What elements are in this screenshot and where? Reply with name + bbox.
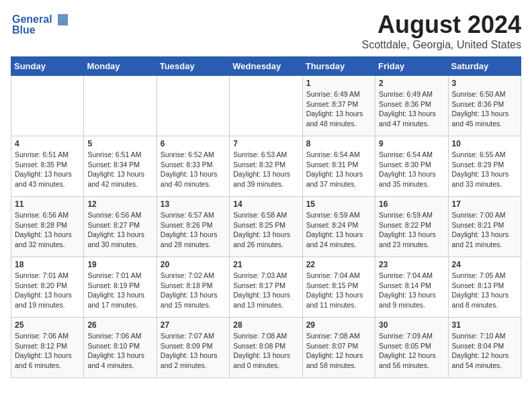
daylight-text: Daylight: 13 hours and 19 minutes. [15, 291, 72, 309]
day-number: 31 [452, 320, 517, 330]
header-sunday: Sunday [11, 57, 84, 76]
calendar-cell-3-5: 23 Sunrise: 7:04 AM Sunset: 8:14 PM Dayl… [375, 257, 448, 318]
week-row-5: 25 Sunrise: 7:06 AM Sunset: 8:12 PM Dayl… [11, 318, 521, 378]
svg-marker-2 [58, 14, 68, 26]
calendar-cell-4-5: 30 Sunrise: 7:09 AM Sunset: 8:05 PM Dayl… [375, 318, 448, 378]
sunset-text: Sunset: 8:28 PM [15, 221, 67, 229]
day-number: 20 [161, 260, 226, 269]
day-info: Sunrise: 6:51 AM Sunset: 8:34 PM Dayligh… [87, 150, 152, 189]
calendar-cell-0-3 [230, 76, 302, 136]
daylight-text: Daylight: 12 hours and 58 minutes. [306, 351, 363, 369]
sunset-text: Sunset: 8:04 PM [452, 342, 504, 350]
day-info: Sunrise: 7:04 AM Sunset: 8:14 PM Dayligh… [379, 271, 444, 310]
day-info: Sunrise: 6:59 AM Sunset: 8:22 PM Dayligh… [379, 210, 444, 250]
calendar-cell-1-4: 8 Sunrise: 6:54 AM Sunset: 8:31 PM Dayli… [302, 136, 375, 197]
day-info: Sunrise: 7:07 AM Sunset: 8:09 PM Dayligh… [161, 331, 226, 371]
week-row-3: 11 Sunrise: 6:56 AM Sunset: 8:28 PM Dayl… [11, 197, 521, 257]
logo-svg: General Blue [11, 11, 71, 38]
header: General Blue August 2024 Scottdale, Geor… [11, 11, 521, 51]
day-number: 7 [233, 139, 298, 148]
daylight-text: Daylight: 13 hours and 17 minutes. [87, 291, 144, 309]
calendar-cell-1-3: 7 Sunrise: 6:53 AM Sunset: 8:32 PM Dayli… [230, 136, 302, 197]
calendar-cell-1-6: 10 Sunrise: 6:55 AM Sunset: 8:29 PM Dayl… [448, 136, 521, 197]
sunset-text: Sunset: 8:22 PM [379, 221, 431, 229]
day-number: 13 [161, 199, 226, 209]
sunrise-text: Sunrise: 7:08 AM [306, 332, 360, 340]
sunrise-text: Sunrise: 7:01 AM [87, 271, 141, 279]
day-number: 28 [233, 320, 298, 330]
sunset-text: Sunset: 8:10 PM [87, 342, 140, 350]
day-info: Sunrise: 6:54 AM Sunset: 8:31 PM Dayligh… [306, 150, 371, 189]
sunrise-text: Sunrise: 7:09 AM [379, 332, 433, 340]
calendar-cell-3-3: 21 Sunrise: 7:03 AM Sunset: 8:17 PM Dayl… [230, 257, 302, 318]
day-info: Sunrise: 6:49 AM Sunset: 8:36 PM Dayligh… [379, 89, 444, 129]
sunset-text: Sunset: 8:25 PM [233, 221, 285, 229]
day-number: 25 [15, 320, 80, 330]
sunrise-text: Sunrise: 7:04 AM [379, 271, 433, 279]
sunset-text: Sunset: 8:30 PM [379, 161, 431, 169]
day-info: Sunrise: 6:54 AM Sunset: 8:30 PM Dayligh… [379, 150, 444, 189]
sunrise-text: Sunrise: 6:50 AM [452, 90, 506, 98]
daylight-text: Daylight: 13 hours and 21 minutes. [452, 230, 509, 248]
weekday-header-row: Sunday Monday Tuesday Wednesday Thursday… [11, 57, 521, 76]
calendar-cell-4-2: 27 Sunrise: 7:07 AM Sunset: 8:09 PM Dayl… [157, 318, 229, 378]
daylight-text: Daylight: 13 hours and 30 minutes. [87, 230, 144, 248]
sunrise-text: Sunrise: 6:58 AM [233, 211, 287, 219]
daylight-text: Daylight: 13 hours and 23 minutes. [379, 230, 436, 248]
day-info: Sunrise: 7:06 AM Sunset: 8:12 PM Dayligh… [15, 331, 80, 371]
day-number: 26 [87, 320, 152, 330]
daylight-text: Daylight: 13 hours and 6 minutes. [15, 351, 72, 369]
day-info: Sunrise: 7:10 AM Sunset: 8:04 PM Dayligh… [452, 331, 517, 371]
calendar-cell-3-6: 24 Sunrise: 7:05 AM Sunset: 8:13 PM Dayl… [448, 257, 521, 318]
calendar-cell-0-6: 3 Sunrise: 6:50 AM Sunset: 8:36 PM Dayli… [448, 76, 521, 136]
calendar-cell-0-5: 2 Sunrise: 6:49 AM Sunset: 8:36 PM Dayli… [375, 76, 448, 136]
day-number: 11 [15, 199, 80, 209]
calendar-cell-4-4: 29 Sunrise: 7:08 AM Sunset: 8:07 PM Dayl… [302, 318, 375, 378]
calendar-cell-2-6: 17 Sunrise: 7:00 AM Sunset: 8:21 PM Dayl… [448, 197, 521, 257]
day-info: Sunrise: 6:59 AM Sunset: 8:24 PM Dayligh… [306, 210, 371, 250]
daylight-text: Daylight: 13 hours and 24 minutes. [306, 230, 363, 248]
calendar-cell-4-1: 26 Sunrise: 7:06 AM Sunset: 8:10 PM Dayl… [84, 318, 157, 378]
sunrise-text: Sunrise: 6:51 AM [87, 150, 141, 158]
sunset-text: Sunset: 8:35 PM [15, 161, 67, 169]
svg-text:General: General [12, 13, 52, 25]
day-info: Sunrise: 7:08 AM Sunset: 8:07 PM Dayligh… [306, 331, 371, 371]
sunrise-text: Sunrise: 7:02 AM [161, 271, 214, 279]
day-info: Sunrise: 6:55 AM Sunset: 8:29 PM Dayligh… [452, 150, 517, 189]
sunset-text: Sunset: 8:15 PM [306, 281, 359, 289]
sunset-text: Sunset: 8:08 PM [233, 342, 285, 350]
calendar-header: Sunday Monday Tuesday Wednesday Thursday… [11, 57, 521, 76]
daylight-text: Daylight: 13 hours and 0 minutes. [233, 351, 290, 369]
calendar-table: Sunday Monday Tuesday Wednesday Thursday… [11, 56, 521, 378]
sunset-text: Sunset: 8:05 PM [379, 342, 431, 350]
calendar-cell-4-6: 31 Sunrise: 7:10 AM Sunset: 8:04 PM Dayl… [448, 318, 521, 378]
day-number: 1 [306, 79, 371, 88]
sunrise-text: Sunrise: 7:06 AM [15, 332, 69, 340]
day-number: 5 [87, 139, 152, 148]
day-number: 19 [87, 260, 152, 269]
sunset-text: Sunset: 8:26 PM [161, 221, 213, 229]
day-info: Sunrise: 7:01 AM Sunset: 8:19 PM Dayligh… [87, 271, 152, 310]
daylight-text: Daylight: 13 hours and 35 minutes. [379, 170, 436, 188]
sunrise-text: Sunrise: 7:10 AM [452, 332, 506, 340]
sunrise-text: Sunrise: 6:59 AM [379, 211, 433, 219]
day-info: Sunrise: 7:05 AM Sunset: 8:13 PM Dayligh… [452, 271, 517, 310]
week-row-2: 4 Sunrise: 6:51 AM Sunset: 8:35 PM Dayli… [11, 136, 521, 197]
sunset-text: Sunset: 8:37 PM [306, 100, 359, 108]
svg-marker-3 [59, 16, 66, 19]
day-number: 22 [306, 260, 371, 269]
day-number: 6 [161, 139, 226, 148]
calendar-cell-3-4: 22 Sunrise: 7:04 AM Sunset: 8:15 PM Dayl… [302, 257, 375, 318]
calendar-cell-0-0 [11, 76, 84, 136]
calendar-cell-2-5: 16 Sunrise: 6:59 AM Sunset: 8:22 PM Dayl… [375, 197, 448, 257]
day-number: 10 [452, 139, 517, 148]
day-number: 2 [379, 79, 444, 88]
day-info: Sunrise: 6:50 AM Sunset: 8:36 PM Dayligh… [452, 89, 517, 129]
sunset-text: Sunset: 8:27 PM [87, 221, 140, 229]
calendar-cell-4-0: 25 Sunrise: 7:06 AM Sunset: 8:12 PM Dayl… [11, 318, 84, 378]
calendar-cell-2-2: 13 Sunrise: 6:57 AM Sunset: 8:26 PM Dayl… [157, 197, 229, 257]
sunset-text: Sunset: 8:34 PM [87, 161, 140, 169]
sunset-text: Sunset: 8:07 PM [306, 342, 359, 350]
day-info: Sunrise: 6:57 AM Sunset: 8:26 PM Dayligh… [161, 210, 226, 250]
daylight-text: Daylight: 13 hours and 43 minutes. [15, 170, 72, 188]
